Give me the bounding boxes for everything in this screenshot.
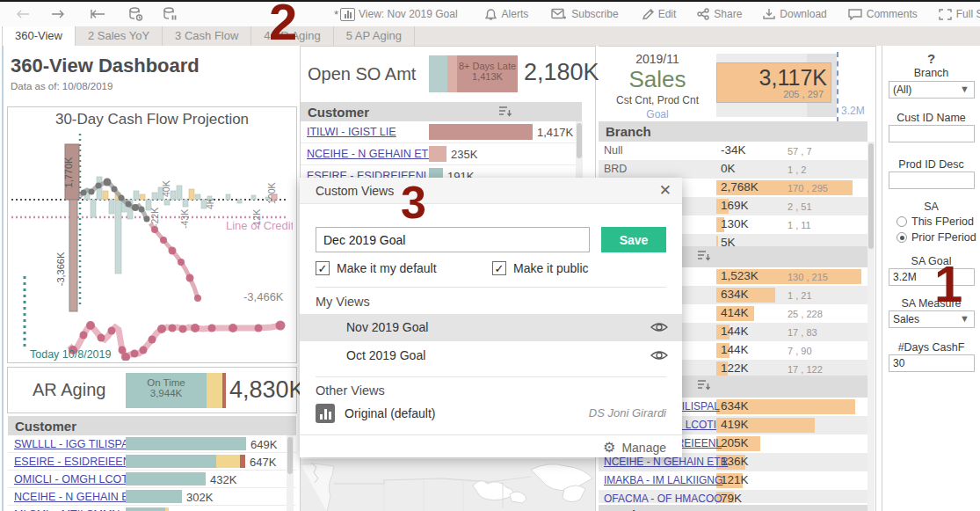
share-button[interactable]: Share: [697, 8, 742, 20]
chevron-down-icon: ▼: [960, 84, 969, 94]
help-icon[interactable]: ?: [882, 51, 980, 66]
checkbox-checked-icon: ✓: [316, 261, 330, 275]
table-row: NCEIHE - N GEHAIN ET.302K: [8, 488, 296, 506]
sa-goal-label: SA Goal: [882, 255, 980, 267]
customer-link[interactable]: IMAKBA - IM LALKIIGNG: [604, 474, 722, 486]
customer-link[interactable]: NCEIHE - N GEHAIN ET.: [14, 491, 137, 503]
ar-total-bar[interactable]: On Time 3,944K: [126, 373, 226, 408]
ar-customer-list: SWLLLL - IGG TILISPAL649KESEIRE - ESIDRE…: [8, 435, 296, 511]
sales-total-bar[interactable]: 3,117K 205 , 297: [716, 62, 831, 103]
view-icon: [340, 8, 355, 21]
value-label: 144K: [721, 343, 749, 356]
subscribe-button[interactable]: Subscribe: [551, 8, 618, 20]
customer-link[interactable]: ESEIRE - ESIDREIEENL: [14, 456, 137, 468]
view-item-oct-2019[interactable]: Oct 2019 Goal: [300, 342, 682, 369]
radio-icon: [897, 216, 907, 227]
tab-sales-yoy[interactable]: 2 Sales YoY: [76, 26, 163, 46]
custom-view-menu[interactable]: * View: Nov 2019 Goal: [334, 8, 458, 21]
customer-link[interactable]: OMICLI - OMGH LCOTI: [14, 473, 131, 485]
sort-icon[interactable]: [697, 250, 711, 262]
radio-selected-icon: [897, 232, 907, 243]
goal-reference-line: [837, 52, 838, 122]
manage-button[interactable]: ⚙ Manage: [603, 439, 666, 456]
revert-icon[interactable]: [90, 4, 105, 24]
sa-label: SA: [882, 201, 980, 213]
line-of-credit-label: Line of Credit: [226, 219, 293, 232]
table-row: BRD0K1 , 2: [599, 160, 867, 179]
sales-summary: 2019/11 Sales Cst Cnt, Prod Cnt Goal 3,1…: [599, 47, 875, 121]
counts-label: 1 , 11: [788, 220, 811, 230]
value-label: 205K: [721, 436, 749, 449]
sales-period: 2019/11: [599, 52, 716, 66]
pause-updates-icon[interactable]: [163, 4, 178, 24]
value-bar: [126, 437, 246, 450]
value-label: 432K: [210, 473, 236, 486]
tab-ap-aging[interactable]: 5 AP Aging: [334, 26, 415, 46]
dip-value-label: -3,366K: [55, 252, 66, 286]
view-name-input[interactable]: [316, 227, 590, 252]
comments-button[interactable]: Comments: [848, 8, 918, 20]
customer-link[interactable]: OFACMA - OF HMACOO: [604, 493, 722, 503]
tab-cash-flow[interactable]: 3 Cash Flow: [163, 26, 251, 46]
customer-link[interactable]: NCEIHE - N GEHAIN ETR: [307, 148, 436, 160]
days-cashf-input[interactable]: [889, 354, 975, 372]
customer-link[interactable]: NCEIHE - N GEHAIN ETR: [604, 456, 728, 468]
table-row: ESEIRE - ESIDREIEENL647K: [8, 453, 296, 471]
open-so-total-bar[interactable]: 8+ Days Late 1,413K: [429, 55, 518, 92]
start-value-label: 1,770K: [63, 157, 74, 188]
sort-icon[interactable]: [697, 379, 711, 391]
ar-aging-title: AR Aging: [33, 380, 105, 400]
counts-label: 7 , 90: [788, 346, 812, 356]
full-screen-button[interactable]: Full Screen: [939, 8, 980, 20]
map[interactable]: [301, 459, 595, 511]
counts-label: 17 , 83: [788, 327, 817, 338]
counts-label: 1 , 21: [788, 290, 812, 301]
save-button[interactable]: Save: [601, 227, 666, 252]
product-header: Product: [599, 505, 867, 511]
download-button[interactable]: Download: [763, 8, 826, 20]
eye-icon[interactable]: [650, 349, 668, 361]
counts-label: 2 , 51: [788, 201, 812, 212]
redo-icon[interactable]: [51, 4, 67, 24]
counts-label: 130 , 215: [788, 272, 828, 282]
eye-icon[interactable]: [650, 321, 668, 333]
ar-total-value: 4,830K: [229, 376, 305, 404]
sales-scrollbar[interactable]: [867, 142, 875, 511]
make-public-checkbox[interactable]: ✓ Make it public: [492, 261, 589, 275]
table-row: ITILWI - IGIST LIE1,417K: [301, 121, 582, 143]
table-row: Null-34K57 , 7: [599, 142, 867, 160]
sa-measure-dropdown[interactable]: Sales▼: [889, 310, 975, 328]
axis-label: 100K: [266, 182, 277, 204]
view-item-original[interactable]: Original (default) DS Joni Girardi: [316, 403, 666, 426]
cash-flow-chart[interactable]: 1,770K: [8, 128, 293, 361]
customer-link[interactable]: ITILWI - IGIST LIE: [307, 126, 396, 138]
edit-button[interactable]: Edit: [642, 8, 677, 20]
cust-id-input[interactable]: [889, 125, 975, 142]
ar-scrollbar[interactable]: [287, 435, 294, 511]
view-item-nov-2019[interactable]: Nov 2019 Goal: [300, 314, 682, 341]
close-icon[interactable]: ✕: [659, 181, 671, 200]
prod-id-input[interactable]: [889, 172, 975, 189]
counts-label: 25 , 228: [788, 309, 823, 319]
tab-360-view[interactable]: 360-View: [2, 26, 76, 46]
radio-prior-fperiod[interactable]: Prior FPeriod: [897, 231, 976, 244]
row-name: BRD: [604, 163, 627, 175]
make-default-checkbox[interactable]: ✓ Make it my default: [316, 261, 437, 275]
axis-label: -43K: [179, 209, 190, 229]
value-bar: [126, 455, 245, 468]
customer-link[interactable]: SWLLLL - IGG TILISPAL: [14, 438, 134, 450]
value-label: 2,768K: [721, 180, 759, 193]
open-so-summary: Open SO Amt 8+ Days Late 1,413K 2,180K: [301, 47, 595, 101]
value-bar: [126, 472, 206, 485]
refresh-data-icon[interactable]: [128, 4, 143, 24]
sort-icon[interactable]: [498, 106, 512, 118]
table-row: MLSML - MTILSMMN: [8, 506, 296, 511]
bar-segment: [240, 455, 245, 468]
value-label: 130K: [721, 217, 749, 230]
sheet-tabs: 360-View 2 Sales YoY 3 Cash Flow 4 AR Ag…: [2, 26, 980, 46]
days-cashf-label: #Days CashF: [882, 341, 980, 354]
branch-filter-dropdown[interactable]: (All)▼: [889, 81, 975, 99]
alerts-button[interactable]: Alerts: [484, 8, 529, 21]
undo-icon[interactable]: [14, 4, 30, 24]
radio-this-fperiod[interactable]: This FPeriod: [897, 215, 974, 228]
